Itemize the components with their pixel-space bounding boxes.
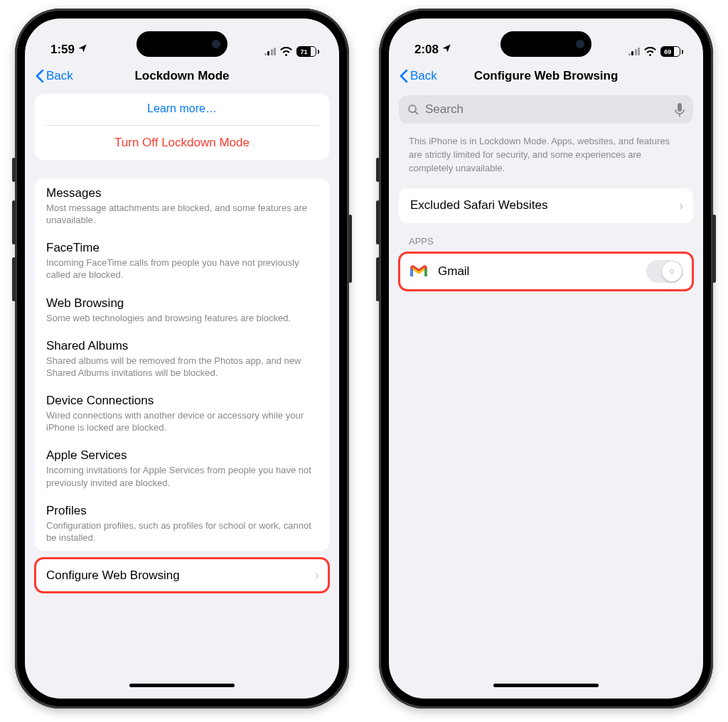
apps-section-header: APPS <box>409 236 683 247</box>
wifi-icon <box>644 47 656 56</box>
search-icon <box>407 104 419 116</box>
feature-title: Profiles <box>46 504 318 518</box>
feature-desc: Most message attachments are blocked, an… <box>46 202 318 226</box>
screen-left: 1:59 71 Back Lockdown Mod <box>25 18 339 699</box>
camera-dot <box>212 40 220 48</box>
feature-title: Device Connections <box>46 394 318 408</box>
status-time: 1:59 <box>50 43 75 57</box>
feature-title: Shared Albums <box>46 339 318 353</box>
status-time: 2:08 <box>414 43 439 57</box>
home-indicator[interactable] <box>389 679 703 699</box>
feature-item: Web BrowsingSome web technologies and br… <box>35 289 329 331</box>
chevron-right-icon: › <box>679 198 683 213</box>
volume-down-button <box>376 257 380 301</box>
camera-dot <box>576 40 584 48</box>
side-button <box>12 158 16 182</box>
dynamic-island <box>500 31 592 57</box>
mic-icon[interactable] <box>675 103 685 117</box>
feature-desc: Configuration profiles, such as profiles… <box>46 519 318 544</box>
feature-title: Web Browsing <box>46 296 318 311</box>
home-indicator[interactable] <box>25 679 339 699</box>
battery-level: 69 <box>661 47 674 56</box>
gmail-app-row[interactable]: Gmail <box>399 252 693 291</box>
gmail-icon <box>409 264 429 279</box>
back-button[interactable]: Back <box>35 69 73 83</box>
svg-point-0 <box>409 105 416 112</box>
back-button[interactable]: Back <box>399 69 437 83</box>
feature-item: Shared AlbumsShared albums will be remov… <box>35 331 329 386</box>
feature-desc: Wired connections with another device or… <box>46 409 318 433</box>
feature-item: ProfilesConfiguration profiles, such as … <box>35 496 329 551</box>
phone-frame-right: 2:08 69 Back Configure We <box>379 9 713 708</box>
phone-frame-left: 1:59 71 Back Lockdown Mod <box>15 9 349 708</box>
turn-off-lockdown-button[interactable]: Turn Off Lockdown Mode <box>35 126 329 160</box>
chevron-right-icon: › <box>315 568 319 583</box>
configure-label: Configure Web Browsing <box>46 569 180 583</box>
svg-line-1 <box>415 111 418 114</box>
screen-right: 2:08 69 Back Configure We <box>389 18 703 699</box>
feature-item: Apple ServicesIncoming invitations for A… <box>35 441 329 495</box>
cellular-signal-icon <box>628 48 641 55</box>
configure-web-browsing-cell[interactable]: Configure Web Browsing › <box>35 558 329 593</box>
power-button <box>712 215 716 283</box>
back-label: Back <box>410 69 437 83</box>
excluded-label: Excluded Safari Websites <box>410 198 547 212</box>
feature-desc: Some web technologies and browsing featu… <box>46 312 318 324</box>
location-icon <box>77 43 87 57</box>
wifi-icon <box>280 47 292 56</box>
feature-title: Apple Services <box>46 448 318 463</box>
lockdown-info-text: This iPhone is in Lockdown Mode. Apps, w… <box>409 135 683 176</box>
feature-desc: Incoming invitations for Apple Services … <box>46 464 318 488</box>
feature-item: MessagesMost message attachments are blo… <box>35 178 329 233</box>
feature-title: Messages <box>46 186 318 200</box>
power-button <box>348 215 352 283</box>
feature-item: FaceTimeIncoming FaceTime calls from peo… <box>35 233 329 288</box>
location-icon <box>441 43 451 57</box>
nav-bar: Back Configure Web Browsing <box>389 60 703 92</box>
feature-desc: Incoming FaceTime calls from people you … <box>46 257 318 281</box>
learn-more-link[interactable]: Learn more… <box>35 94 329 125</box>
search-input[interactable] <box>425 102 669 117</box>
app-name: Gmail <box>438 264 469 279</box>
volume-up-button <box>12 200 16 244</box>
search-field[interactable] <box>399 95 693 124</box>
battery-icon: 69 <box>660 46 683 57</box>
svg-rect-2 <box>678 103 682 112</box>
side-button <box>376 158 380 182</box>
battery-icon: 71 <box>296 46 319 57</box>
feature-item: Device ConnectionsWired connections with… <box>35 386 329 441</box>
dynamic-island <box>136 31 228 57</box>
nav-title: Lockdown Mode <box>134 69 229 83</box>
feature-desc: Shared albums will be removed from the P… <box>46 355 318 379</box>
feature-title: FaceTime <box>46 241 318 255</box>
back-label: Back <box>46 69 73 83</box>
volume-up-button <box>376 200 380 244</box>
gmail-toggle[interactable] <box>646 260 683 283</box>
volume-down-button <box>12 257 16 301</box>
features-list: MessagesMost message attachments are blo… <box>35 178 329 551</box>
battery-level: 71 <box>297 47 310 56</box>
nav-title: Configure Web Browsing <box>474 69 619 83</box>
cellular-signal-icon <box>264 48 277 55</box>
nav-bar: Back Lockdown Mode <box>25 60 339 92</box>
excluded-safari-websites-cell[interactable]: Excluded Safari Websites › <box>399 188 693 223</box>
